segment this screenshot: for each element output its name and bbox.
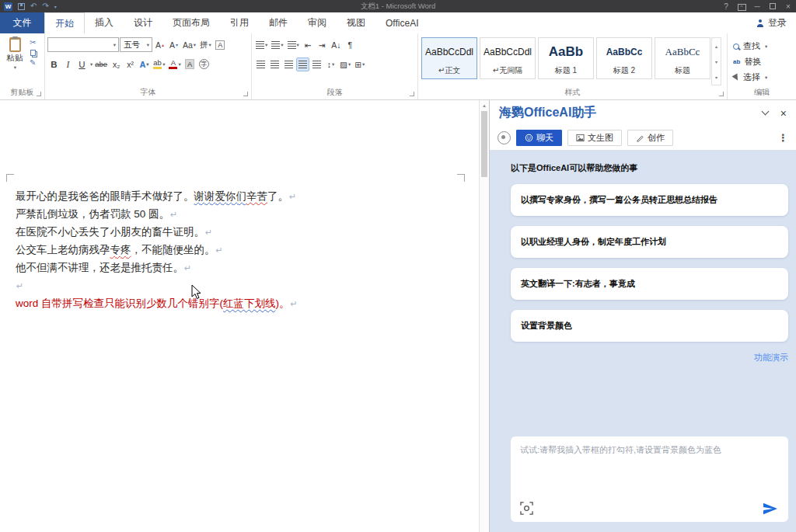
highlight-color-button[interactable]: ab▾ [152, 57, 166, 71]
tab-page-layout[interactable]: 页面布局 [162, 12, 220, 33]
scrollbar-thumb[interactable] [481, 111, 487, 177]
send-button[interactable] [763, 502, 778, 516]
phonetic-guide-button[interactable]: 拼▾ [198, 38, 213, 52]
clipboard-dialog-launcher-icon[interactable] [37, 92, 41, 96]
align-center-button[interactable] [268, 57, 281, 71]
collapse-chevron-icon[interactable] [761, 108, 769, 116]
font-dialog-launcher-icon[interactable] [243, 92, 248, 96]
style-item-no-spacing[interactable]: AaBbCcDdl ↵无间隔 [480, 37, 536, 79]
tab-references[interactable]: 引用 [220, 12, 259, 33]
increase-indent-button[interactable]: ⇥ [316, 38, 329, 52]
superscript-button[interactable]: x² [124, 57, 137, 71]
tab-chat[interactable]: 聊天 [516, 130, 562, 146]
redo-icon[interactable]: ↷ [42, 2, 48, 10]
style-item-heading2[interactable]: AaBbCc 标题 2 [596, 37, 652, 79]
styles-scroll-down-button[interactable]: ▾ [712, 54, 721, 69]
feature-demo-link[interactable]: 功能演示 [511, 352, 788, 363]
multilevel-list-button[interactable]: ▾ [286, 38, 301, 52]
highlight-color-bar [153, 67, 162, 69]
underline-button[interactable]: U [75, 57, 89, 71]
doc-line-5: 他不但满不讲理，还老是推托责任。↵ [16, 259, 459, 276]
change-case-button[interactable]: Aa▾ [181, 38, 197, 52]
bold-button[interactable]: B [47, 57, 61, 71]
cut-button[interactable]: ✂ [30, 39, 36, 47]
paste-button[interactable]: 粘贴 ▾ [2, 35, 27, 87]
bullet-list-button[interactable]: ▾ [254, 38, 269, 52]
help-button[interactable]: ? [718, 2, 734, 11]
suggestion-card-2[interactable]: 以职业经理人身份，制定年度工作计划 [511, 226, 788, 258]
justify-button[interactable] [296, 57, 309, 71]
chevron-down-icon: ▾ [348, 61, 351, 68]
grow-font-button[interactable]: A▴ [153, 38, 166, 52]
style-item-title[interactable]: AaBbCc 标题 [655, 37, 710, 79]
font-size-select[interactable]: 五号▾ [120, 37, 152, 52]
suggestion-card-4[interactable]: 设置背景颜色 [511, 310, 788, 342]
style-item-heading1[interactable]: AaBb 标题 1 [538, 37, 594, 79]
styles-scroll-up-button[interactable]: ▴ [712, 38, 721, 54]
screenshot-scan-icon[interactable] [520, 502, 533, 515]
paragraph-mark-icon: ↵ [184, 263, 191, 273]
tab-text-to-image[interactable]: 文生图 [567, 130, 622, 146]
font-color-button[interactable]: A▾ [167, 57, 182, 71]
text-effects-button[interactable]: A▾ [138, 57, 151, 71]
tab-view[interactable]: 视图 [337, 12, 375, 33]
tab-officeai[interactable]: OfficeAI [375, 12, 428, 33]
style-item-normal[interactable]: AaBbCcDdl ↵正文 [421, 37, 477, 79]
assistant-close-icon[interactable]: × [780, 107, 787, 120]
document-area[interactable]: 最开心的是我爸爸的眼睛手术做好了。谢谢爱你们辛苦了。↵ 严禁乱倒垃圾，伪者罚款 … [0, 100, 489, 532]
maximize-button[interactable] [765, 2, 780, 11]
tab-file[interactable]: 文件 [0, 12, 44, 33]
font-name-select[interactable]: ▾ [47, 37, 119, 52]
distribute-button[interactable] [310, 57, 323, 71]
officeai-assistant-panel: 海鹦OfficeAI助手 × 聊天 文生图 创作 ⋮ 以下是OfficeAI可以… [489, 100, 796, 532]
tab-insert[interactable]: 插入 [85, 12, 124, 33]
tab-design[interactable]: 设计 [124, 12, 162, 33]
replace-button[interactable]: ab 替换 [733, 55, 792, 69]
save-icon[interactable] [18, 3, 25, 10]
document-scrollbar[interactable]: ▴ [479, 100, 489, 532]
suggestion-card-1[interactable]: 以撰写专家身份，撰写一篇公务员转正思想总结报告 [511, 184, 788, 216]
undo-icon[interactable]: ↶ [30, 2, 37, 10]
borders-button[interactable]: ⊞▾ [353, 57, 366, 71]
tab-home[interactable]: 开始 [44, 12, 85, 33]
show-formatting-marks-button[interactable]: ¶ [344, 38, 357, 52]
styles-dialog-launcher-icon[interactable] [719, 92, 724, 96]
scroll-up-icon[interactable]: ▴ [480, 100, 489, 110]
document-text[interactable]: 最开心的是我爸爸的眼睛手术做好了。谢谢爱你们辛苦了。↵ 严禁乱倒垃圾，伪者罚款 … [16, 187, 459, 312]
tab-mailings[interactable]: 邮件 [259, 12, 298, 33]
select-button[interactable]: 选择 ▾ [733, 71, 792, 85]
strikethrough-button[interactable]: abe [93, 57, 109, 71]
login-button[interactable]: 登录 [756, 12, 796, 33]
line-spacing-button[interactable]: ↕▾ [324, 57, 337, 71]
decrease-indent-button[interactable]: ⇤ [302, 38, 315, 52]
shading-button[interactable]: ▨▾ [338, 57, 352, 71]
chat-input[interactable] [511, 436, 788, 492]
suggestion-card-3[interactable]: 英文翻译一下:有志者，事竟成 [511, 268, 788, 300]
doc-text-segment: 公交车上老幼病残孕 [16, 244, 110, 256]
numbered-list-button[interactable]: ▾ [270, 38, 285, 52]
doc-text-segment: 最开心的是我爸爸的眼睛手术做好了。 [16, 190, 194, 202]
qat-customize-icon[interactable]: ▾ [54, 4, 57, 9]
close-button[interactable]: × [780, 2, 796, 11]
font-group: ▾ 五号▾ A▴ A▾ Aa▾ 拼▾ A B I U ▾ abe x₂ x² A… [45, 33, 252, 99]
enclose-characters-button[interactable]: 字 [197, 57, 211, 71]
copy-button[interactable] [30, 50, 36, 56]
format-painter-button[interactable]: ✎ [30, 59, 36, 67]
paragraph-dialog-launcher-icon[interactable] [410, 92, 414, 96]
italic-button[interactable]: I [61, 57, 75, 71]
chevron-down-icon[interactable]: ▾ [90, 61, 93, 68]
shrink-font-button[interactable]: A▾ [167, 38, 180, 52]
find-button[interactable]: 查找 ▾ [733, 40, 792, 54]
subscript-button[interactable]: x₂ [110, 57, 123, 71]
tab-create[interactable]: 创作 [627, 130, 673, 146]
ribbon-display-options-button[interactable]: ^ [734, 2, 749, 11]
character-shading-button[interactable]: A [183, 57, 197, 71]
tab-review[interactable]: 审阅 [298, 12, 337, 33]
more-menu-icon[interactable]: ⋮ [778, 132, 788, 144]
align-left-button[interactable] [254, 57, 267, 71]
character-border-button[interactable]: A [214, 38, 227, 52]
align-right-button[interactable] [282, 57, 295, 71]
minimize-button[interactable]: ─ [749, 2, 765, 11]
styles-more-button[interactable]: ▾ [712, 69, 721, 85]
sort-button[interactable]: A↓ [330, 38, 343, 52]
